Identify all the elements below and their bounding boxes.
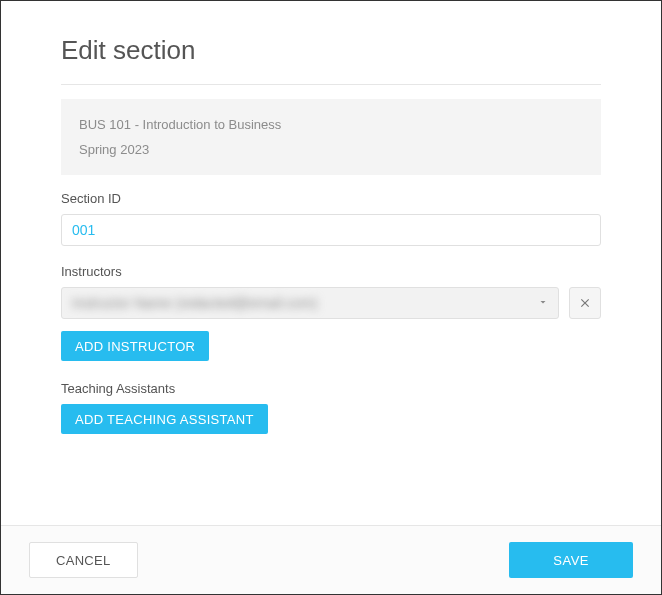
section-id-label: Section ID [61, 191, 601, 206]
modal-footer: CANCEL SAVE [1, 525, 661, 594]
add-instructor-button[interactable]: ADD INSTRUCTOR [61, 331, 209, 361]
instructor-select-value: Instructor Name (redacted@email.com) [72, 295, 317, 311]
instructor-select[interactable]: Instructor Name (redacted@email.com) [61, 287, 559, 319]
edit-section-modal: Edit section BUS 101 - Introduction to B… [0, 0, 662, 595]
course-title: BUS 101 - Introduction to Business [79, 117, 583, 132]
cancel-button[interactable]: CANCEL [29, 542, 138, 578]
divider [61, 84, 601, 85]
instructors-label: Instructors [61, 264, 601, 279]
course-term: Spring 2023 [79, 142, 583, 157]
close-icon [578, 296, 592, 310]
course-info-box: BUS 101 - Introduction to Business Sprin… [61, 99, 601, 175]
modal-title: Edit section [61, 35, 601, 66]
instructor-select-wrapper: Instructor Name (redacted@email.com) [61, 287, 559, 319]
remove-instructor-button[interactable] [569, 287, 601, 319]
section-id-input[interactable] [61, 214, 601, 246]
instructor-row: Instructor Name (redacted@email.com) [61, 287, 601, 319]
save-button[interactable]: SAVE [509, 542, 633, 578]
modal-body: Edit section BUS 101 - Introduction to B… [1, 1, 661, 525]
teaching-assistants-label: Teaching Assistants [61, 381, 601, 396]
add-teaching-assistant-button[interactable]: ADD TEACHING ASSISTANT [61, 404, 268, 434]
